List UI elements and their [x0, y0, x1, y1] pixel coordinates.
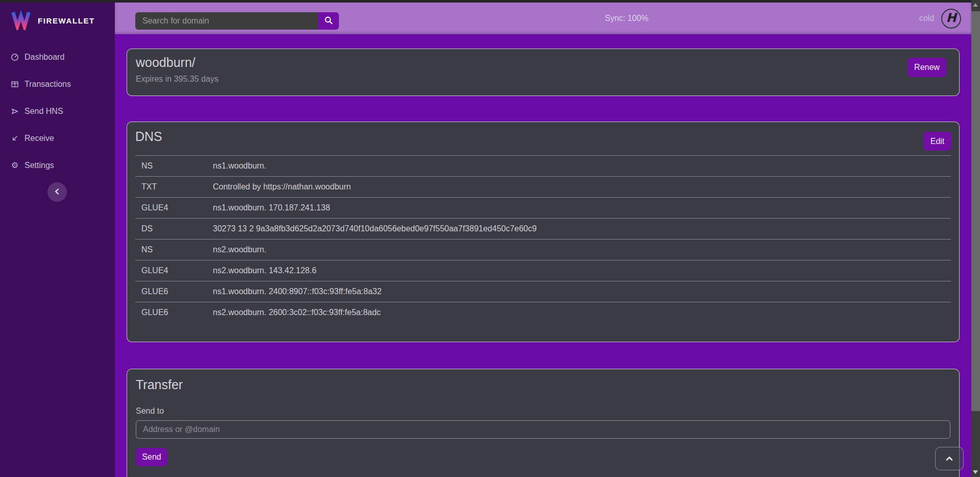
table-row: NSns2.woodburn.: [135, 240, 951, 260]
sidebar-item-receive[interactable]: Receive: [0, 125, 115, 152]
dns-record-type: GLUE6: [135, 281, 207, 302]
dns-record-value: ns1.woodburn. 170.187.241.138: [207, 198, 951, 219]
sidebar-nav: Dashboard Transactions Send HNS: [0, 43, 115, 179]
domain-expiry: Expires in 395.35 days: [136, 75, 950, 84]
sidebar-item-transactions[interactable]: Transactions: [0, 70, 115, 98]
brand[interactable]: FIREWALLET: [0, 3, 115, 36]
scrollbar-up-arrow[interactable]: [973, 3, 978, 7]
dns-record-value: ns2.woodburn. 2600:3c02::f03c:93ff:fe5a:…: [207, 302, 951, 323]
search-icon: [324, 16, 333, 27]
domain-card: woodburn/ Expires in 395.35 days Renew: [127, 49, 960, 96]
receive-icon: [10, 134, 19, 142]
table-row: GLUE4ns1.woodburn. 170.187.241.138: [135, 198, 951, 219]
chevron-left-icon: [53, 187, 62, 198]
dns-record-type: DS: [135, 219, 207, 240]
send-to-label: Send to: [136, 407, 950, 416]
send-transfer-button[interactable]: Send: [136, 448, 167, 466]
scrollbar-down-arrow[interactable]: [973, 470, 978, 474]
wallet-area: cold H: [919, 3, 961, 34]
wallet-name: cold: [919, 14, 934, 23]
chevron-up-icon: [944, 454, 955, 464]
sidebar-item-label: Receive: [24, 134, 54, 143]
transfer-title: Transfer: [136, 377, 950, 392]
domain-title: woodburn/: [136, 55, 950, 70]
renew-button[interactable]: Renew: [908, 58, 946, 77]
sidebar-item-label: Settings: [24, 161, 54, 170]
transfer-card: Transfer Send to Send: [127, 369, 960, 477]
domain-search: [135, 12, 339, 30]
dns-record-type: NS: [135, 156, 207, 177]
dns-record-value: ns1.woodburn.: [207, 156, 951, 177]
sidebar-item-label: Send HNS: [24, 107, 63, 116]
table-row: DS30273 13 2 9a3a8fb3d625d2a2073d740f10d…: [135, 219, 951, 240]
dns-record-value: Controlled by https://nathan.woodburn: [207, 177, 951, 198]
dns-record-value: ns1.woodburn. 2400:8907::f03c:93ff:fe5a:…: [207, 281, 951, 302]
edit-dns-button[interactable]: Edit: [923, 132, 951, 151]
scroll-to-top-button[interactable]: [935, 447, 964, 470]
table-row: TXTControlled by https://nathan.woodburn: [135, 177, 951, 198]
table-row: NSns1.woodburn.: [135, 156, 951, 177]
sidebar-collapse-button[interactable]: [47, 182, 67, 202]
sidebar-item-settings[interactable]: ⚙ Settings: [0, 152, 115, 179]
search-button[interactable]: [318, 12, 339, 30]
dns-record-type: TXT: [135, 177, 207, 198]
dns-card: DNS Edit NSns1.woodburn.TXTControlled by…: [127, 122, 960, 342]
sidebar-item-label: Dashboard: [24, 53, 64, 62]
dns-record-value: ns2.woodburn. 143.42.128.6: [207, 260, 951, 281]
transfer-address-input[interactable]: [136, 420, 950, 439]
main-content: woodburn/ Expires in 395.35 days Renew D…: [115, 34, 971, 477]
sync-status: Sync: 100%: [605, 3, 648, 34]
table-row: GLUE6ns1.woodburn. 2400:8907::f03c:93ff:…: [135, 281, 951, 302]
dns-table: NSns1.woodburn.TXTControlled by https://…: [135, 155, 951, 323]
send-icon: [10, 107, 19, 115]
topbar: Sync: 100% cold H: [115, 3, 971, 34]
gear-icon: ⚙: [10, 161, 19, 170]
dns-record-type: GLUE6: [135, 302, 207, 323]
handshake-logo-icon[interactable]: H: [941, 9, 961, 29]
table-row: GLUE6ns2.woodburn. 2600:3c02::f03c:93ff:…: [135, 302, 951, 323]
dns-table-body: NSns1.woodburn.TXTControlled by https://…: [135, 156, 951, 323]
page-scrollbar[interactable]: [971, 0, 980, 477]
search-input[interactable]: [135, 12, 318, 30]
firewallet-logo-icon: [10, 9, 32, 32]
dashboard-icon: [10, 53, 19, 61]
dns-title: DNS: [135, 129, 951, 144]
dns-record-type: GLUE4: [135, 198, 207, 219]
brand-title: FIREWALLET: [38, 16, 95, 25]
table-row: GLUE4ns2.woodburn. 143.42.128.6: [135, 260, 951, 281]
dns-record-value: 30273 13 2 9a3a8fb3d625d2a2073d740f10da6…: [207, 219, 951, 240]
sidebar-item-send-hns[interactable]: Send HNS: [0, 98, 115, 125]
dns-record-type: NS: [135, 240, 207, 260]
sidebar-item-dashboard[interactable]: Dashboard: [0, 43, 115, 70]
sidebar-item-label: Transactions: [24, 80, 71, 89]
scrollbar-thumb[interactable]: [971, 11, 980, 411]
dns-record-type: GLUE4: [135, 260, 207, 281]
sidebar: FIREWALLET Dashboard Transactions: [0, 3, 115, 477]
transactions-icon: [10, 80, 19, 88]
dns-record-value: ns2.woodburn.: [207, 240, 951, 260]
